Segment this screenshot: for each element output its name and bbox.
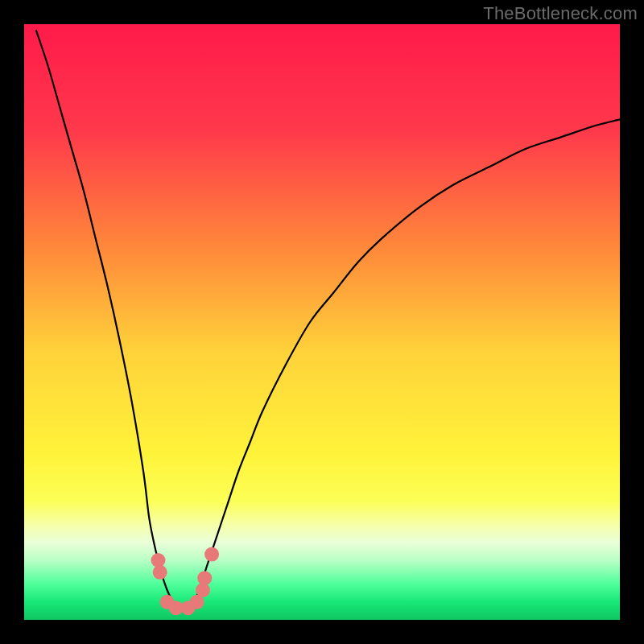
bottleneck-curve-chart xyxy=(24,24,620,620)
marker-dot xyxy=(197,571,212,585)
watermark-text: TheBottleneck.com xyxy=(483,3,638,24)
marker-dot xyxy=(204,547,219,562)
marker-dot xyxy=(153,565,167,580)
plot-area xyxy=(24,24,620,620)
chart-frame: TheBottleneck.com xyxy=(0,0,644,644)
gradient-background xyxy=(24,24,620,620)
